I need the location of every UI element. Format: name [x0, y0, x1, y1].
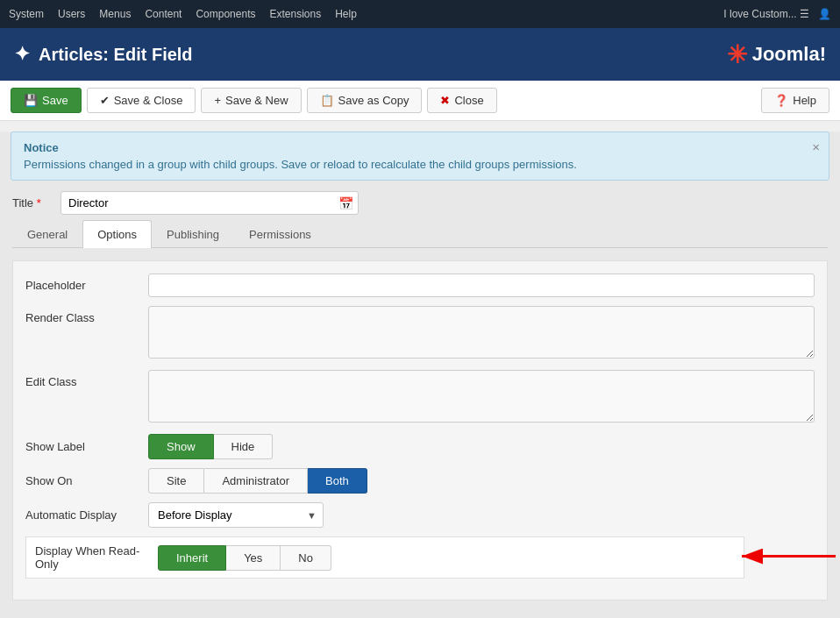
- show-on-row: Show On Site Administrator Both: [25, 468, 815, 494]
- edit-class-input[interactable]: [148, 370, 815, 423]
- toolbar: 💾 Save ✔ Save & Close + Save & New 📋 Sav…: [0, 81, 840, 121]
- save-new-button[interactable]: + Save & New: [201, 88, 301, 113]
- nav-item-components[interactable]: Components: [196, 8, 255, 20]
- display-read-only-yes-btn[interactable]: Yes: [226, 545, 281, 571]
- close-icon: ✖: [440, 94, 450, 107]
- notice-message: Permissions changed in a group with chil…: [24, 158, 816, 171]
- nav-item-extensions[interactable]: Extensions: [269, 8, 321, 20]
- show-label-hide-btn[interactable]: Hide: [214, 434, 274, 459]
- nav-item-users[interactable]: Users: [58, 8, 85, 20]
- tab-permissions[interactable]: Permissions: [234, 220, 326, 248]
- save-copy-button[interactable]: 📋 Save as Copy: [307, 88, 423, 113]
- show-on-site-btn[interactable]: Site: [148, 468, 204, 494]
- show-label-show-btn[interactable]: Show: [148, 434, 214, 459]
- display-read-only-inherit-btn[interactable]: Inherit: [158, 545, 226, 571]
- nav-item-content[interactable]: Content: [145, 8, 182, 20]
- puzzle-icon: ✦: [14, 43, 30, 66]
- required-marker: *: [37, 196, 41, 210]
- nav-item-help[interactable]: Help: [335, 8, 357, 20]
- joomla-logo-text: Joomla!: [752, 43, 826, 66]
- close-button[interactable]: ✖ Close: [427, 88, 496, 113]
- user-menu[interactable]: I love Custom... ☰: [723, 8, 809, 20]
- top-navigation: System Users Menus Content Components Ex…: [0, 0, 840, 28]
- display-read-only-toggle-group: Inherit Yes No: [158, 545, 735, 571]
- options-panel: Placeholder Render Class Edit Class Show…: [12, 260, 828, 600]
- title-input-wrap: 📅: [61, 191, 359, 215]
- edit-class-label: Edit Class: [25, 370, 148, 388]
- automatic-display-row: Automatic Display Before Display After D…: [25, 502, 815, 528]
- calendar-icon[interactable]: 📅: [338, 196, 353, 210]
- help-button[interactable]: ❓ Help: [761, 88, 829, 113]
- notice-title: Notice: [24, 141, 816, 154]
- help-icon: ❓: [774, 94, 788, 107]
- copy-icon: 📋: [320, 94, 334, 107]
- render-class-input[interactable]: [148, 306, 815, 359]
- nav-item-system[interactable]: System: [9, 8, 44, 20]
- display-read-only-label: Display When Read-Only: [35, 544, 158, 571]
- show-on-label: Show On: [25, 474, 148, 487]
- title-label: Title *: [12, 196, 52, 210]
- render-class-label: Render Class: [25, 306, 148, 324]
- show-label-label: Show Label: [25, 440, 148, 453]
- top-nav-menu: System Users Menus Content Components Ex…: [9, 8, 357, 20]
- edit-class-row: Edit Class: [25, 370, 815, 425]
- joomla-star-icon: ✳: [727, 40, 747, 69]
- page-title-area: ✦ Articles: Edit Field: [14, 43, 193, 66]
- joomla-logo: ✳ Joomla!: [727, 40, 826, 69]
- red-arrow-annotation: [735, 539, 840, 577]
- user-icon[interactable]: 👤: [818, 8, 831, 20]
- header-bar: ✦ Articles: Edit Field ✳ Joomla!: [0, 28, 840, 81]
- show-on-buttons: Site Administrator Both: [148, 468, 815, 494]
- show-label-row: Show Label Show Hide: [25, 434, 815, 459]
- notice-banner: Notice Permissions changed in a group wi…: [11, 131, 829, 181]
- edit-class-input-wrap: [148, 370, 815, 425]
- automatic-display-select[interactable]: Before Display After Display None: [148, 502, 324, 528]
- show-label-buttons: Show Hide: [148, 434, 815, 459]
- automatic-display-dropdown-wrap: Before Display After Display None: [148, 502, 324, 528]
- display-read-only-row: Display When Read-Only Inherit Yes No: [25, 536, 744, 579]
- plus-icon: +: [214, 94, 221, 107]
- notice-close-button[interactable]: ×: [812, 139, 820, 154]
- display-read-only-buttons: Inherit Yes No: [158, 545, 735, 571]
- title-input[interactable]: [61, 191, 359, 215]
- top-nav-user: I love Custom... ☰ 👤: [723, 8, 831, 20]
- nav-item-menus[interactable]: Menus: [99, 8, 131, 20]
- show-on-toggle-group: Site Administrator Both: [148, 468, 815, 494]
- save-close-button[interactable]: ✔ Save & Close: [87, 88, 196, 113]
- main-content: Notice Permissions changed in a group wi…: [0, 131, 840, 618]
- show-on-admin-btn[interactable]: Administrator: [204, 468, 308, 494]
- render-class-row: Render Class: [25, 306, 815, 361]
- tabs-container: General Options Publishing Permissions: [0, 220, 840, 248]
- tabs: General Options Publishing Permissions: [12, 220, 828, 248]
- placeholder-input-wrap: [148, 273, 815, 297]
- placeholder-row: Placeholder: [25, 273, 815, 297]
- save-button[interactable]: 💾 Save: [11, 88, 82, 113]
- tab-general[interactable]: General: [12, 220, 82, 248]
- automatic-display-select-wrap: Before Display After Display None: [148, 502, 815, 528]
- page-title: Articles: Edit Field: [39, 45, 193, 65]
- display-read-only-no-btn[interactable]: No: [281, 545, 331, 571]
- check-icon: ✔: [100, 94, 110, 107]
- title-row: Title * 📅: [12, 191, 828, 215]
- render-class-input-wrap: [148, 306, 815, 361]
- tab-options[interactable]: Options: [82, 220, 152, 248]
- tab-publishing[interactable]: Publishing: [152, 220, 234, 248]
- show-on-both-btn[interactable]: Both: [308, 468, 367, 494]
- show-label-toggle-group: Show Hide: [148, 434, 815, 459]
- automatic-display-label: Automatic Display: [25, 508, 148, 522]
- placeholder-input[interactable]: [148, 273, 815, 297]
- save-icon: 💾: [24, 94, 38, 107]
- placeholder-label: Placeholder: [25, 279, 148, 292]
